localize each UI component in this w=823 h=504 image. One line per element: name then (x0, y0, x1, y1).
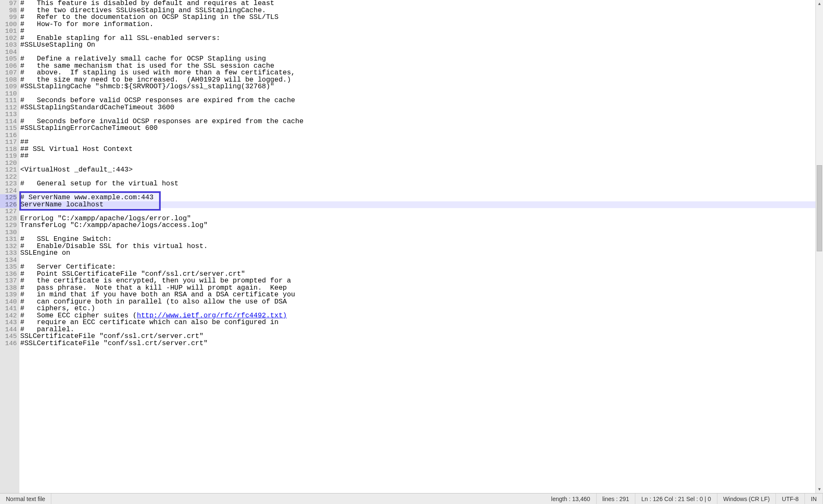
status-encoding: UTF-8 (776, 493, 805, 504)
line-number[interactable]: 120 (0, 160, 17, 167)
status-bar: Normal text file length : 13,460 lines :… (0, 493, 823, 504)
line-number[interactable]: 118 (0, 146, 17, 153)
line-number[interactable]: 105 (0, 55, 17, 63)
line-number[interactable]: 108 (0, 77, 17, 84)
status-lines: lines : 291 (597, 493, 636, 504)
editor-body: 9798991001011021031041051061071081091101… (0, 0, 823, 493)
line-number[interactable]: 140 (0, 298, 17, 306)
line-number[interactable]: 139 (0, 291, 17, 298)
editor-window: 9798991001011021031041051061071081091101… (0, 0, 823, 504)
line-number[interactable]: 109 (0, 83, 17, 90)
line-number[interactable]: 129 (0, 222, 17, 229)
code-line[interactable]: # Enable/Disable SSL for this virtual ho… (19, 243, 815, 250)
vertical-scrollbar[interactable]: ▲ ▼ (815, 0, 823, 493)
line-number[interactable]: 122 (0, 174, 17, 181)
line-number[interactable]: 132 (0, 243, 17, 250)
status-file-type: Normal text file (0, 493, 51, 504)
line-number[interactable]: 138 (0, 285, 17, 292)
line-number[interactable]: 111 (0, 97, 17, 104)
line-number[interactable]: 130 (0, 229, 17, 236)
code-line[interactable]: <VirtualHost _default_:443> (19, 166, 815, 174)
line-number[interactable]: 113 (0, 111, 17, 118)
line-number[interactable]: 104 (0, 49, 17, 56)
line-number[interactable]: 98 (0, 7, 17, 14)
line-number[interactable]: 124 (0, 187, 17, 195)
line-number[interactable]: 115 (0, 125, 17, 132)
code-line[interactable]: #SSLStaplingStandardCacheTimeout 3600 (19, 104, 815, 111)
code-line[interactable] (19, 257, 815, 264)
line-number[interactable]: 100 (0, 21, 17, 28)
code-line[interactable]: # Enable stapling for all SSL-enabled se… (19, 35, 815, 42)
code-line[interactable]: SSLEngine on (19, 250, 815, 257)
code-line[interactable]: ## (19, 139, 815, 146)
line-number[interactable]: 128 (0, 215, 17, 222)
code-line[interactable]: ## (19, 153, 815, 160)
line-number[interactable]: 103 (0, 42, 17, 49)
line-number[interactable]: 131 (0, 236, 17, 243)
code-line[interactable] (19, 160, 815, 167)
code-line[interactable]: #SSLStaplingCache "shmcb:${SRVROOT}/logs… (19, 83, 815, 90)
line-number[interactable]: 112 (0, 104, 17, 111)
scroll-down-arrow-icon[interactable]: ▼ (816, 486, 823, 493)
line-number[interactable]: 123 (0, 180, 17, 187)
code-line[interactable]: #SSLCertificateFile "conf/ssl.crt/server… (19, 340, 815, 347)
code-line[interactable]: ## SSL Virtual Host Context (19, 146, 815, 153)
code-line[interactable]: #SSLStaplingErrorCacheTimeout 600 (19, 125, 815, 132)
code-line[interactable]: # How-To for more information. (19, 21, 815, 28)
status-eol: Windows (CR LF) (717, 493, 776, 504)
line-number[interactable]: 136 (0, 271, 17, 278)
line-number[interactable]: 127 (0, 208, 17, 215)
line-number[interactable]: 101 (0, 28, 17, 35)
line-number[interactable]: 107 (0, 69, 17, 77)
scrollbar-track[interactable] (816, 8, 823, 486)
line-number[interactable]: 144 (0, 326, 17, 333)
line-number[interactable]: 142 (0, 312, 17, 319)
code-line[interactable] (19, 132, 815, 139)
line-number[interactable]: 125 (0, 194, 17, 201)
code-area[interactable]: # This feature is disabled by default an… (19, 0, 815, 493)
code-line[interactable]: #SSLUseStapling On (19, 42, 815, 49)
line-number[interactable]: 97 (0, 0, 17, 7)
line-number[interactable]: 134 (0, 257, 17, 264)
status-length: length : 13,460 (545, 493, 597, 504)
line-number[interactable]: 117 (0, 139, 17, 146)
code-line[interactable]: # can configure both in parallel (to als… (19, 298, 815, 306)
line-number[interactable]: 146 (0, 340, 17, 347)
code-line[interactable]: # require an ECC certificate which can a… (19, 319, 815, 326)
line-number[interactable]: 102 (0, 35, 17, 42)
line-number[interactable]: 143 (0, 319, 17, 326)
line-number[interactable]: 119 (0, 153, 17, 160)
line-number[interactable]: 121 (0, 166, 17, 174)
line-number[interactable]: 116 (0, 132, 17, 139)
scrollbar-thumb[interactable] (817, 165, 822, 251)
code-line[interactable] (19, 229, 815, 236)
status-position: Ln : 126 Col : 21 Sel : 0 | 0 (635, 493, 717, 504)
line-number[interactable]: 110 (0, 90, 17, 98)
line-number[interactable]: 145 (0, 333, 17, 340)
line-number-gutter[interactable]: 9798991001011021031041051061071081091101… (0, 0, 19, 493)
line-number[interactable]: 141 (0, 305, 17, 312)
line-number[interactable]: 135 (0, 264, 17, 271)
line-number[interactable]: 99 (0, 14, 17, 21)
line-number[interactable]: 114 (0, 118, 17, 125)
code-line[interactable]: TransferLog "C:/xampp/apache/logs/access… (19, 222, 815, 229)
line-number[interactable]: 126 (0, 201, 17, 208)
code-line[interactable]: # ServerName www.example.com:443 (19, 194, 815, 201)
line-number[interactable]: 133 (0, 250, 17, 257)
line-number[interactable]: 106 (0, 63, 17, 70)
scroll-up-arrow-icon[interactable]: ▲ (816, 0, 823, 8)
status-insert-mode: IN (805, 493, 823, 504)
line-number[interactable]: 137 (0, 277, 17, 285)
